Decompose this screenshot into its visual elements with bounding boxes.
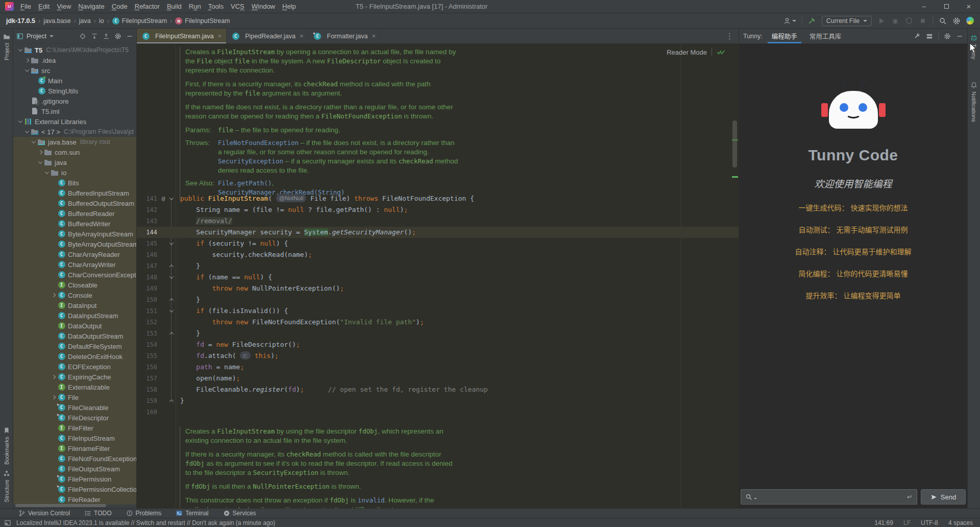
stop-button[interactable]	[919, 17, 927, 25]
menu-window[interactable]: Window	[248, 3, 279, 10]
menu-edit[interactable]: Edit	[35, 3, 53, 10]
menu-run[interactable]: Run	[185, 3, 205, 10]
menu-vcs[interactable]: VCS	[227, 3, 248, 10]
tree-item[interactable]: CExpiringCache	[13, 372, 136, 382]
tree-item[interactable]: CBits	[13, 178, 136, 188]
tree-item[interactable]: src	[13, 65, 136, 76]
indent-setting[interactable]: 4 spaces	[948, 519, 973, 526]
fold-icon[interactable]	[167, 227, 176, 238]
editor-tab[interactable]: CFormatter.java×	[309, 29, 381, 43]
sidebar-item-bookmarks[interactable]: Bookmarks	[1, 424, 13, 467]
tree-item[interactable]: CFileCleanable	[13, 402, 136, 413]
project-tree-hscrollbar[interactable]	[15, 504, 106, 507]
toolwindow-todo[interactable]: TODO	[84, 510, 111, 517]
fold-icon[interactable]	[167, 260, 176, 272]
fold-icon[interactable]	[167, 373, 176, 384]
fold-icon[interactable]	[167, 193, 176, 204]
tree-item[interactable]: CStringUtils	[13, 86, 136, 96]
tree-item[interactable]: T5C:\Users\MK\IdeaProjects\T5	[13, 45, 136, 55]
tree-item[interactable]: CByteArrayInputStream	[13, 229, 136, 239]
fold-icon[interactable]	[167, 272, 176, 283]
sidebar-item-structure[interactable]: Structure	[1, 467, 13, 505]
tree-item[interactable]: CFile	[13, 392, 136, 402]
sidebar-item-notifications[interactable]: Notifications	[968, 79, 980, 125]
tree-item[interactable]: com.sun	[13, 147, 136, 157]
hide-panel-icon[interactable]	[126, 33, 133, 40]
sidebar-item-project[interactable]: Project	[1, 31, 13, 63]
toolwindow-terminal[interactable]: Terminal	[176, 510, 208, 517]
tunny-tab[interactable]: 编程助手	[766, 29, 803, 43]
tree-item[interactable]: CFileNotFoundException	[13, 453, 136, 464]
minimize-button[interactable]: –	[913, 0, 935, 13]
tree-item[interactable]: CConsole	[13, 290, 136, 300]
search-history-caret-icon[interactable]	[754, 498, 757, 499]
close-icon[interactable]: ×	[218, 32, 222, 40]
tunny-layout-icon[interactable]	[926, 33, 933, 40]
tree-item[interactable]: java.baselibrary root	[13, 137, 136, 147]
breadcrumb-item[interactable]: io	[99, 17, 104, 25]
tree-item[interactable]: ICloseable	[13, 280, 136, 290]
tree-item[interactable]: CCharArrayReader	[13, 249, 136, 259]
tree-item[interactable]: CDataOutputStream	[13, 331, 136, 341]
tree-item[interactable]: CDeleteOnExitHook	[13, 351, 136, 362]
build-hammer-icon[interactable]	[808, 17, 816, 25]
menu-view[interactable]: View	[53, 3, 75, 10]
tree-item[interactable]: CFileReader	[13, 494, 136, 505]
locate-file-icon[interactable]	[79, 33, 86, 40]
close-icon[interactable]: ×	[300, 32, 304, 40]
editor-vscrollbar[interactable]	[732, 121, 737, 167]
fold-icon[interactable]	[167, 362, 176, 373]
fold-icon[interactable]	[167, 238, 176, 249]
fold-icon[interactable]	[167, 339, 176, 350]
tunny-settings-gear-icon[interactable]	[944, 33, 951, 40]
tree-item[interactable]: CFilePermission	[13, 474, 136, 484]
tree-item[interactable]: IFileFilter	[13, 423, 136, 433]
tree-item[interactable]: .gitignore	[13, 96, 136, 106]
toolwindow-problems[interactable]: Problems	[126, 510, 162, 517]
fold-icon[interactable]	[167, 395, 176, 406]
settings-gear-icon[interactable]	[952, 17, 961, 25]
tool-window-layout-icon[interactable]	[4, 519, 11, 526]
tree-item[interactable]: CFileInputStream	[13, 433, 136, 443]
profiler-user-icon[interactable]	[783, 17, 796, 25]
tree-item[interactable]: External Libraries	[13, 116, 136, 127]
tree-item[interactable]: IDataOutput	[13, 321, 136, 331]
close-button[interactable]: ×	[958, 0, 980, 13]
tree-item[interactable]: CDefaultFileSystem	[13, 341, 136, 351]
expand-all-icon[interactable]	[91, 33, 98, 40]
tree-item[interactable]: CCharConversionException	[13, 270, 136, 280]
panel-options-gear-icon[interactable]	[114, 33, 121, 40]
tree-item[interactable]: CByteArrayOutputStream	[13, 239, 136, 249]
fold-icon[interactable]	[167, 283, 176, 294]
tree-item[interactable]: T5.iml	[13, 106, 136, 116]
status-message[interactable]: Localized IntelliJ IDEA 2023.1 is availa…	[16, 519, 275, 526]
tree-item[interactable]: CBufferedInputStream	[13, 188, 136, 198]
tree-item[interactable]: < 17 >C:\Program Files\Java\jd	[13, 127, 136, 137]
error-stripe-mark[interactable]	[732, 139, 738, 140]
debug-button[interactable]	[891, 17, 899, 25]
tree-item[interactable]: io	[13, 167, 136, 178]
tunny-hide-icon[interactable]	[956, 33, 963, 40]
caret-position[interactable]: 141:69	[874, 519, 893, 526]
tree-item[interactable]: CBufferedOutputStream	[13, 198, 136, 208]
breadcrumb-item[interactable]: java.base	[43, 17, 71, 25]
run-configuration-select[interactable]: Current File	[822, 16, 872, 26]
fold-icon[interactable]	[167, 350, 176, 362]
tree-item[interactable]: CFileOutputStream	[13, 464, 136, 474]
menu-navigate[interactable]: Navigate	[75, 3, 108, 10]
tree-item[interactable]: IExternalizable	[13, 382, 136, 392]
plugin-colorful-icon[interactable]	[966, 17, 974, 25]
fold-icon[interactable]	[167, 328, 176, 339]
coverage-button[interactable]	[905, 17, 913, 25]
fold-icon[interactable]	[167, 317, 176, 328]
tree-item[interactable]: CEOFException	[13, 362, 136, 372]
menu-file[interactable]: File	[17, 3, 35, 10]
fold-icon[interactable]	[167, 249, 176, 260]
error-stripe-mark[interactable]	[732, 176, 738, 178]
tree-item[interactable]: .idea	[13, 55, 136, 65]
collapse-all-icon[interactable]	[103, 33, 110, 40]
tree-item[interactable]: CBufferedReader	[13, 208, 136, 219]
tab-list-more-icon[interactable]: ⋮	[721, 29, 739, 43]
fold-icon[interactable]	[167, 305, 176, 317]
editor-tab[interactable]: CPipedReader.java×	[227, 29, 308, 43]
